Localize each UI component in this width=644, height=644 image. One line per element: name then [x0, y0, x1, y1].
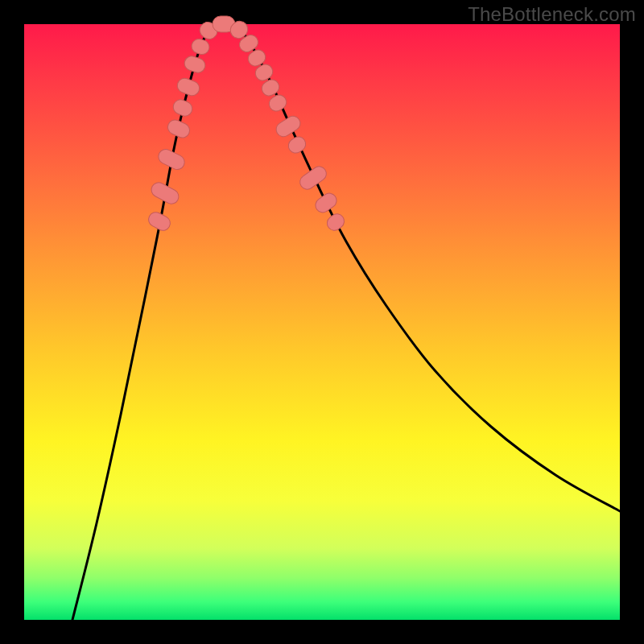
curve-marker: [183, 54, 207, 74]
curve-marker-cluster: [146, 16, 347, 233]
curve-marker: [274, 114, 303, 139]
curve-marker: [146, 209, 172, 233]
curve-marker: [175, 76, 201, 97]
curve-marker: [286, 134, 308, 155]
curve-marker: [190, 37, 211, 56]
curve-marker: [312, 190, 339, 215]
bottleneck-curve-chart: [24, 24, 620, 620]
curve-marker: [297, 163, 329, 192]
watermark-text: TheBottleneck.com: [468, 3, 636, 26]
curve-marker: [156, 147, 187, 171]
chart-frame: TheBottleneck.com: [0, 0, 644, 644]
bottleneck-curve-line: [72, 24, 620, 620]
curve-marker: [324, 211, 347, 233]
curve-marker: [166, 118, 192, 140]
curve-marker: [171, 97, 195, 118]
